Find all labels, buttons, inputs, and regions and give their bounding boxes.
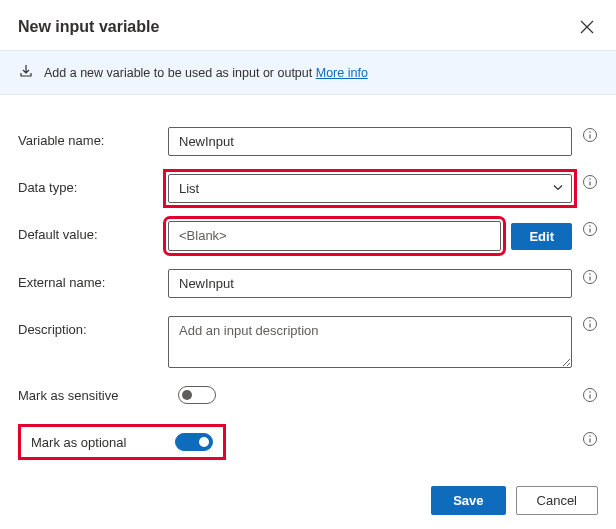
- svg-point-11: [589, 391, 591, 393]
- info-icon[interactable]: [582, 174, 598, 190]
- data-type-label: Data type:: [18, 174, 158, 195]
- svg-point-7: [589, 273, 591, 275]
- variable-name-input[interactable]: [168, 127, 572, 156]
- external-name-input[interactable]: [168, 269, 572, 298]
- variable-name-label: Variable name:: [18, 127, 158, 148]
- row-mark-sensitive: Mark as sensitive: [18, 386, 598, 404]
- dialog-title: New input variable: [18, 18, 159, 36]
- row-external-name: External name:: [18, 269, 598, 298]
- info-icon[interactable]: [582, 127, 598, 143]
- data-type-select-wrap: List: [168, 174, 572, 203]
- mark-optional-label: Mark as optional: [31, 435, 161, 450]
- save-button[interactable]: Save: [431, 486, 505, 515]
- mark-optional-highlight: Mark as optional: [18, 424, 226, 460]
- dialog-footer: Save Cancel: [431, 486, 598, 515]
- toggle-knob: [199, 437, 209, 447]
- description-label: Description:: [18, 316, 158, 337]
- svg-point-9: [589, 320, 591, 322]
- mark-sensitive-label: Mark as sensitive: [18, 388, 168, 403]
- row-data-type: Data type: List: [18, 174, 598, 203]
- external-name-label: External name:: [18, 269, 158, 290]
- info-icon[interactable]: [582, 316, 598, 332]
- data-type-select[interactable]: List: [168, 174, 572, 203]
- row-default-value: Default value: <Blank> Edit: [18, 221, 598, 251]
- edit-default-button[interactable]: Edit: [511, 223, 572, 250]
- svg-point-13: [589, 435, 591, 437]
- more-info-link[interactable]: More info: [316, 66, 368, 80]
- download-icon: [18, 63, 34, 82]
- default-value-display: <Blank>: [168, 221, 501, 251]
- svg-point-3: [589, 178, 591, 180]
- info-icon[interactable]: [582, 431, 598, 447]
- row-variable-name: Variable name:: [18, 127, 598, 156]
- info-banner: Add a new variable to be used as input o…: [0, 50, 616, 95]
- form-body: Variable name: Data type: List Default v…: [0, 95, 616, 484]
- close-button[interactable]: [576, 16, 598, 38]
- cancel-button[interactable]: Cancel: [516, 486, 598, 515]
- mark-optional-toggle[interactable]: [175, 433, 213, 451]
- info-icon[interactable]: [582, 269, 598, 285]
- close-icon: [580, 22, 594, 37]
- description-input[interactable]: [168, 316, 572, 368]
- row-description: Description:: [18, 316, 598, 368]
- mark-sensitive-toggle[interactable]: [178, 386, 216, 404]
- info-icon[interactable]: [582, 221, 598, 237]
- row-mark-optional: Mark as optional: [18, 418, 598, 460]
- default-value-label: Default value:: [18, 221, 158, 242]
- banner-text: Add a new variable to be used as input o…: [44, 66, 368, 80]
- banner-text-label: Add a new variable to be used as input o…: [44, 66, 312, 80]
- svg-point-1: [589, 131, 591, 133]
- svg-point-5: [589, 225, 591, 227]
- info-icon[interactable]: [582, 387, 598, 403]
- toggle-knob: [182, 390, 192, 400]
- dialog-header: New input variable: [0, 0, 616, 50]
